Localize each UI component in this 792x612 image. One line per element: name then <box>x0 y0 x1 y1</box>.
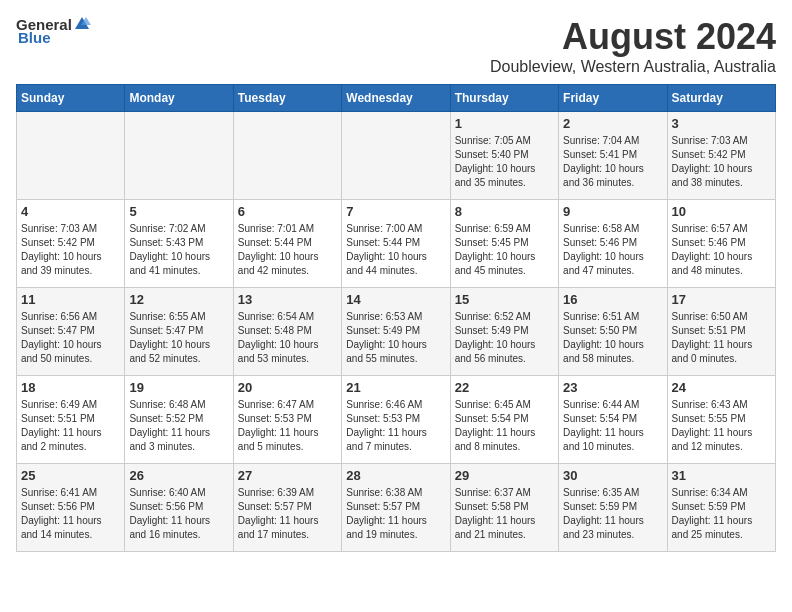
calendar-cell: 25Sunrise: 6:41 AM Sunset: 5:56 PM Dayli… <box>17 464 125 552</box>
calendar-cell: 14Sunrise: 6:53 AM Sunset: 5:49 PM Dayli… <box>342 288 450 376</box>
day-number: 28 <box>346 468 445 483</box>
day-number: 23 <box>563 380 662 395</box>
day-number: 18 <box>21 380 120 395</box>
day-number: 6 <box>238 204 337 219</box>
day-info: Sunrise: 6:47 AM Sunset: 5:53 PM Dayligh… <box>238 398 337 454</box>
day-info: Sunrise: 6:54 AM Sunset: 5:48 PM Dayligh… <box>238 310 337 366</box>
day-info: Sunrise: 7:05 AM Sunset: 5:40 PM Dayligh… <box>455 134 554 190</box>
day-number: 25 <box>21 468 120 483</box>
calendar-cell: 26Sunrise: 6:40 AM Sunset: 5:56 PM Dayli… <box>125 464 233 552</box>
day-number: 21 <box>346 380 445 395</box>
calendar-cell: 5Sunrise: 7:02 AM Sunset: 5:43 PM Daylig… <box>125 200 233 288</box>
day-number: 24 <box>672 380 771 395</box>
calendar-cell: 4Sunrise: 7:03 AM Sunset: 5:42 PM Daylig… <box>17 200 125 288</box>
weekday-header-thursday: Thursday <box>450 85 558 112</box>
weekday-header-friday: Friday <box>559 85 667 112</box>
logo: General Blue <box>16 16 91 46</box>
calendar-cell: 18Sunrise: 6:49 AM Sunset: 5:51 PM Dayli… <box>17 376 125 464</box>
calendar-cell: 7Sunrise: 7:00 AM Sunset: 5:44 PM Daylig… <box>342 200 450 288</box>
day-number: 10 <box>672 204 771 219</box>
day-info: Sunrise: 7:00 AM Sunset: 5:44 PM Dayligh… <box>346 222 445 278</box>
calendar-week-row: 1Sunrise: 7:05 AM Sunset: 5:40 PM Daylig… <box>17 112 776 200</box>
calendar-cell: 23Sunrise: 6:44 AM Sunset: 5:54 PM Dayli… <box>559 376 667 464</box>
day-info: Sunrise: 6:37 AM Sunset: 5:58 PM Dayligh… <box>455 486 554 542</box>
calendar-cell: 12Sunrise: 6:55 AM Sunset: 5:47 PM Dayli… <box>125 288 233 376</box>
weekday-header-saturday: Saturday <box>667 85 775 112</box>
calendar-cell: 13Sunrise: 6:54 AM Sunset: 5:48 PM Dayli… <box>233 288 341 376</box>
calendar-cell: 17Sunrise: 6:50 AM Sunset: 5:51 PM Dayli… <box>667 288 775 376</box>
day-info: Sunrise: 7:03 AM Sunset: 5:42 PM Dayligh… <box>672 134 771 190</box>
calendar-cell: 28Sunrise: 6:38 AM Sunset: 5:57 PM Dayli… <box>342 464 450 552</box>
day-info: Sunrise: 6:46 AM Sunset: 5:53 PM Dayligh… <box>346 398 445 454</box>
day-info: Sunrise: 7:01 AM Sunset: 5:44 PM Dayligh… <box>238 222 337 278</box>
day-info: Sunrise: 6:59 AM Sunset: 5:45 PM Dayligh… <box>455 222 554 278</box>
day-number: 19 <box>129 380 228 395</box>
day-info: Sunrise: 6:40 AM Sunset: 5:56 PM Dayligh… <box>129 486 228 542</box>
day-number: 9 <box>563 204 662 219</box>
day-info: Sunrise: 6:51 AM Sunset: 5:50 PM Dayligh… <box>563 310 662 366</box>
day-number: 27 <box>238 468 337 483</box>
day-number: 11 <box>21 292 120 307</box>
day-number: 20 <box>238 380 337 395</box>
calendar-cell: 10Sunrise: 6:57 AM Sunset: 5:46 PM Dayli… <box>667 200 775 288</box>
day-info: Sunrise: 6:48 AM Sunset: 5:52 PM Dayligh… <box>129 398 228 454</box>
calendar-cell <box>233 112 341 200</box>
day-number: 2 <box>563 116 662 131</box>
day-info: Sunrise: 6:53 AM Sunset: 5:49 PM Dayligh… <box>346 310 445 366</box>
calendar-cell <box>125 112 233 200</box>
day-info: Sunrise: 6:34 AM Sunset: 5:59 PM Dayligh… <box>672 486 771 542</box>
calendar-cell: 15Sunrise: 6:52 AM Sunset: 5:49 PM Dayli… <box>450 288 558 376</box>
calendar-cell <box>17 112 125 200</box>
day-number: 29 <box>455 468 554 483</box>
day-number: 1 <box>455 116 554 131</box>
day-info: Sunrise: 6:39 AM Sunset: 5:57 PM Dayligh… <box>238 486 337 542</box>
logo-blue: Blue <box>18 29 51 46</box>
title-section: August 2024 Doubleview, Western Australi… <box>490 16 776 76</box>
calendar-cell: 27Sunrise: 6:39 AM Sunset: 5:57 PM Dayli… <box>233 464 341 552</box>
calendar-cell: 30Sunrise: 6:35 AM Sunset: 5:59 PM Dayli… <box>559 464 667 552</box>
day-info: Sunrise: 6:57 AM Sunset: 5:46 PM Dayligh… <box>672 222 771 278</box>
calendar-cell: 3Sunrise: 7:03 AM Sunset: 5:42 PM Daylig… <box>667 112 775 200</box>
weekday-header-sunday: Sunday <box>17 85 125 112</box>
day-number: 26 <box>129 468 228 483</box>
day-info: Sunrise: 7:02 AM Sunset: 5:43 PM Dayligh… <box>129 222 228 278</box>
sub-title: Doubleview, Western Australia, Australia <box>490 58 776 76</box>
day-info: Sunrise: 7:04 AM Sunset: 5:41 PM Dayligh… <box>563 134 662 190</box>
day-info: Sunrise: 6:45 AM Sunset: 5:54 PM Dayligh… <box>455 398 554 454</box>
calendar-week-row: 18Sunrise: 6:49 AM Sunset: 5:51 PM Dayli… <box>17 376 776 464</box>
day-info: Sunrise: 7:03 AM Sunset: 5:42 PM Dayligh… <box>21 222 120 278</box>
day-info: Sunrise: 6:44 AM Sunset: 5:54 PM Dayligh… <box>563 398 662 454</box>
day-info: Sunrise: 6:38 AM Sunset: 5:57 PM Dayligh… <box>346 486 445 542</box>
weekday-header-wednesday: Wednesday <box>342 85 450 112</box>
day-number: 12 <box>129 292 228 307</box>
day-number: 30 <box>563 468 662 483</box>
calendar-cell: 31Sunrise: 6:34 AM Sunset: 5:59 PM Dayli… <box>667 464 775 552</box>
day-number: 5 <box>129 204 228 219</box>
day-number: 14 <box>346 292 445 307</box>
calendar-cell: 24Sunrise: 6:43 AM Sunset: 5:55 PM Dayli… <box>667 376 775 464</box>
day-info: Sunrise: 6:55 AM Sunset: 5:47 PM Dayligh… <box>129 310 228 366</box>
day-number: 13 <box>238 292 337 307</box>
calendar-week-row: 11Sunrise: 6:56 AM Sunset: 5:47 PM Dayli… <box>17 288 776 376</box>
day-info: Sunrise: 6:52 AM Sunset: 5:49 PM Dayligh… <box>455 310 554 366</box>
calendar-cell: 1Sunrise: 7:05 AM Sunset: 5:40 PM Daylig… <box>450 112 558 200</box>
calendar-cell: 2Sunrise: 7:04 AM Sunset: 5:41 PM Daylig… <box>559 112 667 200</box>
day-info: Sunrise: 6:35 AM Sunset: 5:59 PM Dayligh… <box>563 486 662 542</box>
day-number: 17 <box>672 292 771 307</box>
calendar-cell: 19Sunrise: 6:48 AM Sunset: 5:52 PM Dayli… <box>125 376 233 464</box>
calendar-table: SundayMondayTuesdayWednesdayThursdayFrid… <box>16 84 776 552</box>
logo-icon <box>73 15 91 33</box>
day-number: 16 <box>563 292 662 307</box>
calendar-cell: 22Sunrise: 6:45 AM Sunset: 5:54 PM Dayli… <box>450 376 558 464</box>
day-number: 8 <box>455 204 554 219</box>
day-info: Sunrise: 6:43 AM Sunset: 5:55 PM Dayligh… <box>672 398 771 454</box>
calendar-cell: 21Sunrise: 6:46 AM Sunset: 5:53 PM Dayli… <box>342 376 450 464</box>
calendar-cell: 8Sunrise: 6:59 AM Sunset: 5:45 PM Daylig… <box>450 200 558 288</box>
day-info: Sunrise: 6:50 AM Sunset: 5:51 PM Dayligh… <box>672 310 771 366</box>
day-number: 3 <box>672 116 771 131</box>
calendar-cell: 6Sunrise: 7:01 AM Sunset: 5:44 PM Daylig… <box>233 200 341 288</box>
calendar-cell: 20Sunrise: 6:47 AM Sunset: 5:53 PM Dayli… <box>233 376 341 464</box>
calendar-week-row: 4Sunrise: 7:03 AM Sunset: 5:42 PM Daylig… <box>17 200 776 288</box>
day-number: 4 <box>21 204 120 219</box>
day-info: Sunrise: 6:56 AM Sunset: 5:47 PM Dayligh… <box>21 310 120 366</box>
